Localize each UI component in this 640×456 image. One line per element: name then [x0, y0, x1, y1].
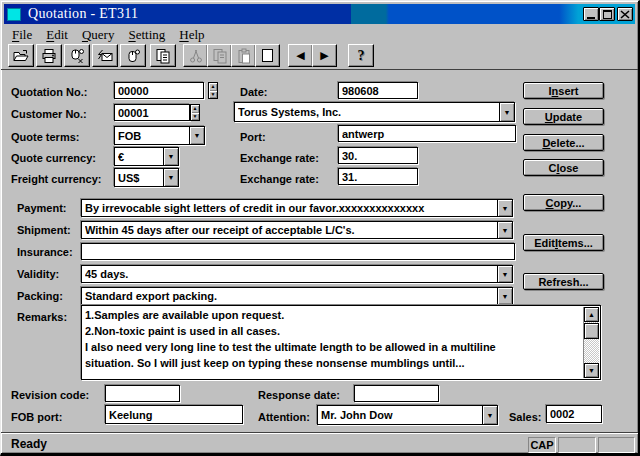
- chevron-down-icon[interactable]: ▼: [189, 127, 204, 144]
- customer-no-spinner[interactable]: ▲▼: [190, 104, 200, 121]
- quote-terms-combo[interactable]: FOB ▼: [114, 126, 205, 145]
- attention-combo[interactable]: Mr. John Dow ▼: [317, 405, 498, 425]
- menubar: File Edit Query Setting Help: [5, 26, 634, 43]
- exchange-rate-freight-label: Exchange rate:: [240, 173, 319, 185]
- quotation-no-input[interactable]: [114, 82, 204, 99]
- remarks-textarea[interactable]: 1.Samples are available upon request. 2.…: [81, 305, 601, 380]
- chevron-down-icon[interactable]: ▼: [497, 222, 512, 238]
- edit-items-button[interactable]: Edit Items...: [523, 234, 604, 251]
- copy-document-button[interactable]: [150, 44, 176, 67]
- delete-button[interactable]: Delete...: [523, 134, 604, 151]
- scroll-up-button[interactable]: ▲: [584, 307, 599, 322]
- maximize-icon: [603, 10, 612, 19]
- status-message: Ready: [11, 437, 47, 451]
- chevron-down-icon[interactable]: ▼: [499, 103, 514, 121]
- freight-currency-combo[interactable]: US$ ▼: [114, 168, 179, 187]
- menu-file[interactable]: File: [5, 26, 39, 43]
- spin-down-icon[interactable]: ▼: [209, 91, 217, 99]
- scrollbar-thumb[interactable]: [584, 323, 599, 339]
- next-icon: ▶: [320, 50, 328, 61]
- send-mail-icon: [97, 48, 113, 64]
- blank-page-button[interactable]: [255, 44, 280, 67]
- close-action-button[interactable]: Close: [523, 159, 604, 176]
- quotation-no-label: Quotation No.:: [11, 86, 87, 98]
- previous-button[interactable]: ◀: [288, 44, 313, 67]
- scroll-down-button[interactable]: ▼: [584, 363, 599, 378]
- paste-button: [231, 44, 256, 67]
- minimize-button[interactable]: [583, 7, 599, 21]
- chevron-down-icon[interactable]: ▼: [497, 200, 512, 216]
- revision-code-input[interactable]: [105, 385, 180, 402]
- refresh-button[interactable]: Refresh...: [523, 273, 604, 290]
- port-label: Port:: [240, 131, 266, 143]
- payment-combo[interactable]: By irrevocable sight letters of credit i…: [81, 199, 513, 217]
- app-icon[interactable]: [7, 8, 21, 21]
- send-mail-button[interactable]: [92, 44, 118, 67]
- print-button[interactable]: [36, 44, 62, 67]
- minimize-icon: [587, 17, 595, 19]
- cut-button: [183, 44, 208, 67]
- close-button[interactable]: [617, 7, 633, 21]
- port-input[interactable]: [338, 125, 516, 142]
- chevron-down-icon[interactable]: ▼: [497, 266, 512, 282]
- packing-combo[interactable]: Standard export packing. ▼: [81, 287, 513, 305]
- update-button[interactable]: Update: [523, 108, 604, 125]
- attention-label: Attention:: [258, 411, 310, 423]
- spin-up-icon[interactable]: ▲: [191, 105, 199, 113]
- blank-page-icon: [262, 49, 273, 62]
- open-button[interactable]: [8, 44, 34, 67]
- exchange-rate-freight-input[interactable]: [338, 168, 418, 185]
- response-date-input[interactable]: [354, 385, 439, 402]
- customer-no-label: Customer No.:: [11, 108, 87, 120]
- response-date-label: Response date:: [258, 389, 340, 401]
- close-icon: [620, 10, 630, 19]
- sales-input[interactable]: [546, 405, 602, 423]
- validity-value: 45 days.: [85, 266, 496, 282]
- revision-code-label: Revision code:: [11, 389, 89, 401]
- menu-edit[interactable]: Edit: [39, 26, 75, 43]
- remarks-label: Remarks:: [17, 311, 67, 323]
- exchange-rate-quote-input[interactable]: [338, 147, 418, 164]
- spin-up-icon[interactable]: ▲: [209, 83, 217, 91]
- menu-setting[interactable]: Setting: [121, 26, 172, 43]
- menu-help[interactable]: Help: [172, 26, 211, 43]
- insert-button[interactable]: Insert: [523, 82, 604, 99]
- shipment-label: Shipment:: [17, 224, 71, 236]
- quotation-no-spinner[interactable]: ▲▼: [208, 82, 218, 99]
- next-button[interactable]: ▶: [312, 44, 337, 67]
- menu-query[interactable]: Query: [75, 26, 122, 43]
- customer-no-input[interactable]: [114, 104, 190, 121]
- copy-button[interactable]: Copy...: [523, 194, 604, 211]
- validity-label: Validity:: [17, 268, 59, 280]
- scroll-up-icon: ▲: [588, 311, 595, 318]
- exchange-rate-quote-label: Exchange rate:: [240, 152, 319, 164]
- query-cancel-button[interactable]: [64, 44, 90, 67]
- help-button[interactable]: ?: [348, 44, 374, 67]
- application-window: Quotation - ET311 File Edit Query Settin…: [0, 0, 640, 456]
- customer-name-combo[interactable]: Torus Systems, Inc. ▼: [234, 102, 515, 122]
- shipment-combo[interactable]: Within 45 days after our receipt of acce…: [81, 221, 513, 239]
- remarks-scrollbar[interactable]: ▲ ▼: [583, 307, 599, 378]
- chevron-down-icon[interactable]: ▼: [163, 148, 178, 165]
- copy-button-toolbar: [207, 44, 232, 67]
- retrieve-button[interactable]: [120, 44, 146, 67]
- packing-value: Standard export packing.: [85, 288, 496, 304]
- cut-icon: [188, 48, 204, 64]
- spin-down-icon[interactable]: ▼: [191, 113, 199, 121]
- scroll-down-icon: ▼: [588, 367, 595, 374]
- help-icon: ?: [358, 48, 365, 64]
- validity-combo[interactable]: 45 days. ▼: [81, 265, 513, 283]
- paste-icon: [236, 48, 252, 64]
- chevron-down-icon[interactable]: ▼: [497, 288, 512, 304]
- open-icon: [13, 48, 29, 64]
- packing-label: Packing:: [17, 290, 63, 302]
- freight-currency-label: Freight currency:: [11, 173, 101, 185]
- fob-port-input[interactable]: [105, 405, 243, 424]
- chevron-down-icon[interactable]: ▼: [482, 406, 497, 424]
- quote-currency-combo[interactable]: € ▼: [114, 147, 179, 166]
- maximize-button[interactable]: [599, 7, 615, 21]
- insurance-input[interactable]: [81, 243, 515, 260]
- payment-label: Payment:: [17, 202, 67, 214]
- date-input[interactable]: [338, 82, 418, 99]
- chevron-down-icon[interactable]: ▼: [163, 169, 178, 186]
